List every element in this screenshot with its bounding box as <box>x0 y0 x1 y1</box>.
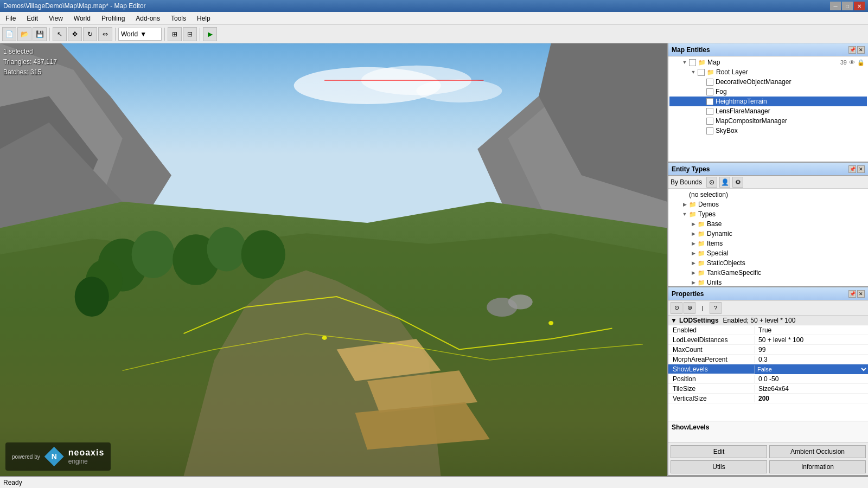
toolbar: 📄 📂 💾 ↖ ✥ ↻ ⇔ World ▼ ⊞ ⊟ ▶ <box>0 25 868 43</box>
prop-btn-1[interactable]: ⊙ <box>671 302 682 314</box>
map-entities-tree[interactable]: ▼ 📁 Map 39 👁 🔒 ▼ 📁 <box>668 56 868 162</box>
viewport[interactable]: 1 selected Triangles: 437,117 Batches: 3… <box>0 43 667 476</box>
tree-label-fog: Fog <box>716 88 727 95</box>
prop-btn-3[interactable]: ? <box>710 302 722 314</box>
minimize-button[interactable]: ─ <box>830 2 841 10</box>
play-button[interactable]: ▶ <box>203 27 217 41</box>
batches-count: Batches: 315 <box>3 67 57 78</box>
prop-row-enabled[interactable]: Enabled True <box>668 325 868 335</box>
prop-row-position[interactable]: Position 0 0 -50 <box>668 374 868 384</box>
menu-item-profiling[interactable]: Profiling <box>96 14 130 23</box>
scale-button[interactable]: ⇔ <box>98 27 112 41</box>
checkbox-skybox[interactable] <box>706 127 713 134</box>
prop-value-lod-distances: 50 + level * 100 <box>755 336 868 344</box>
folder-icon-tank: 📁 <box>698 269 705 277</box>
map-entities-pin-button[interactable]: 📌 <box>848 46 856 54</box>
prop-btn-2[interactable]: ⊚ <box>684 302 695 314</box>
menu-item-world[interactable]: World <box>68 14 96 23</box>
tree-item-types[interactable]: ▼ 📁 Types <box>669 209 867 219</box>
lock-icon-map[interactable]: 🔒 <box>857 59 865 66</box>
tree-item-decorative[interactable]: DecorativeObjectManager <box>669 77 867 87</box>
pointer-button[interactable]: ↖ <box>53 27 67 41</box>
prop-row-morph-area[interactable]: MorphAreaPercent 0.3 <box>668 355 868 364</box>
entity-types-close-button[interactable]: ✕ <box>857 165 865 173</box>
menu-item-add-ons[interactable]: Add-ons <box>130 14 165 23</box>
snap-button[interactable]: ⊟ <box>183 27 197 41</box>
tree-item-heightmap[interactable]: ✓ HeightmapTerrain <box>669 97 867 106</box>
prop-group-lod[interactable]: ▼ LODSettings Enabled; 50 + level * 100 <box>668 316 868 325</box>
show-levels-select[interactable]: False True <box>755 364 868 374</box>
separator-1 <box>49 28 50 41</box>
menubar: FileEditViewWorldProfilingAdd-onsToolsHe… <box>0 12 868 25</box>
close-button[interactable]: ✕ <box>854 2 865 10</box>
map-entities-panel: Map Entities 📌 ✕ ▼ 📁 Map 39 👁 <box>668 43 868 163</box>
new-button[interactable]: 📄 <box>2 27 16 41</box>
tree-item-map[interactable]: ▼ 📁 Map 39 👁 🔒 <box>669 57 867 67</box>
properties-close-button[interactable]: ✕ <box>857 290 865 298</box>
main-layout: 1 selected Triangles: 437,117 Batches: 3… <box>0 43 868 476</box>
move-button[interactable]: ✥ <box>68 27 82 41</box>
prop-value-show-levels[interactable]: False True <box>755 364 868 374</box>
menu-item-edit[interactable]: Edit <box>21 14 43 23</box>
right-panels: Map Entities 📌 ✕ ▼ 📁 Map 39 👁 <box>667 43 868 476</box>
folder-icon-dynamic: 📁 <box>698 230 705 237</box>
properties-table[interactable]: ▼ LODSettings Enabled; 50 + level * 100 … <box>668 316 868 421</box>
prop-row-tile-size[interactable]: TileSize Size64x64 <box>668 384 868 394</box>
by-bounds-label: By Bounds <box>671 178 702 186</box>
checkbox-heightmap[interactable]: ✓ <box>706 98 713 105</box>
tree-item-compositor[interactable]: MapCompositorManager <box>669 116 867 126</box>
filter-btn-1[interactable]: ⊙ <box>706 177 717 188</box>
tree-item-skybox[interactable]: SkyBox <box>669 126 867 136</box>
information-button[interactable]: Information <box>769 460 866 473</box>
tree-item-lensflare[interactable]: LensFlareManager <box>669 106 867 116</box>
tree-label-no-selection: (no selection) <box>689 191 728 198</box>
svg-point-19 <box>241 230 285 279</box>
tree-item-units[interactable]: ▶ 📁 Units <box>669 278 867 286</box>
prop-row-lod-distances[interactable]: LodLevelDistances 50 + level * 100 <box>668 335 868 345</box>
map-entities-close-button[interactable]: ✕ <box>857 46 865 54</box>
eye-icon-map[interactable]: 👁 <box>849 59 855 66</box>
prop-btn-separator: | <box>697 302 709 314</box>
entity-types-pin-button[interactable]: 📌 <box>848 165 856 173</box>
world-dropdown-label: World <box>121 30 138 38</box>
tree-item-demos[interactable]: ▶ 📁 Demos <box>669 200 867 209</box>
checkbox-lensflare[interactable] <box>706 108 713 115</box>
properties-pin-button[interactable]: 📌 <box>848 290 856 298</box>
menu-item-view[interactable]: View <box>43 14 68 23</box>
menu-item-help[interactable]: Help <box>192 14 216 23</box>
menu-item-tools[interactable]: Tools <box>165 14 192 23</box>
ambient-occlusion-button[interactable]: Ambient Occlusion <box>769 445 866 458</box>
checkbox-decorative[interactable] <box>706 79 713 86</box>
prop-row-vertical-size[interactable]: VerticalSize 200 <box>668 394 868 403</box>
tree-item-special[interactable]: ▶ 📁 Special <box>669 248 867 258</box>
checkbox-fog[interactable] <box>706 88 713 95</box>
checkbox-root-layer[interactable] <box>698 69 705 76</box>
entity-types-tree[interactable]: (no selection) ▶ 📁 Demos ▼ 📁 Types <box>668 189 868 286</box>
tree-item-root-layer[interactable]: ▼ 📁 Root Layer <box>669 67 867 77</box>
tree-item-tank[interactable]: ▶ 📁 TankGameSpecific <box>669 268 867 278</box>
tree-item-items[interactable]: ▶ 📁 Items <box>669 239 867 248</box>
prop-value-vertical-size: 200 <box>755 395 868 402</box>
save-button[interactable]: 💾 <box>33 27 47 41</box>
filter-btn-3[interactable]: ⚙ <box>732 177 743 188</box>
checkbox-map[interactable] <box>689 59 696 66</box>
tree-item-base[interactable]: ▶ 📁 Base <box>669 219 867 229</box>
tree-item-dynamic[interactable]: ▶ 📁 Dynamic <box>669 229 867 239</box>
prop-row-max-count[interactable]: MaxCount 99 <box>668 345 868 355</box>
maximize-button[interactable]: □ <box>842 2 853 10</box>
edit-button[interactable]: Edit <box>671 445 767 458</box>
checkbox-compositor[interactable] <box>706 118 713 125</box>
properties-panel: Properties 📌 ✕ ⊙ ⊚ | ? ▼ LODSettings Ena… <box>668 287 868 476</box>
rotate-button[interactable]: ↻ <box>83 27 97 41</box>
tree-item-fog[interactable]: Fog <box>669 87 867 97</box>
tree-item-static-objects[interactable]: ▶ 📁 StaticObjects <box>669 258 867 268</box>
prop-row-show-levels[interactable]: ShowLevels False True <box>668 364 868 374</box>
menu-item-file[interactable]: File <box>0 14 21 23</box>
tree-item-no-selection[interactable]: (no selection) <box>669 190 867 200</box>
world-dropdown[interactable]: World ▼ <box>118 28 162 41</box>
utils-button[interactable]: Utils <box>671 460 767 473</box>
grid-button[interactable]: ⊞ <box>168 27 182 41</box>
open-button[interactable]: 📂 <box>17 27 31 41</box>
filter-btn-2[interactable]: 👤 <box>719 177 730 188</box>
svg-point-28 <box>548 321 553 325</box>
